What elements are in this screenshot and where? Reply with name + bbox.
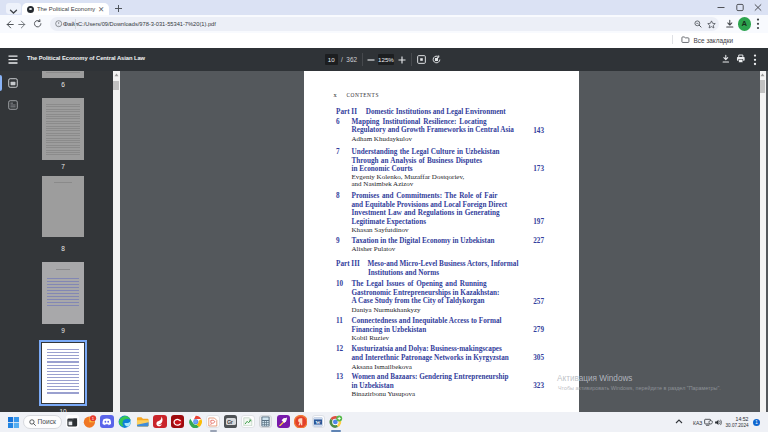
svg-text:W: W <box>316 420 321 425</box>
